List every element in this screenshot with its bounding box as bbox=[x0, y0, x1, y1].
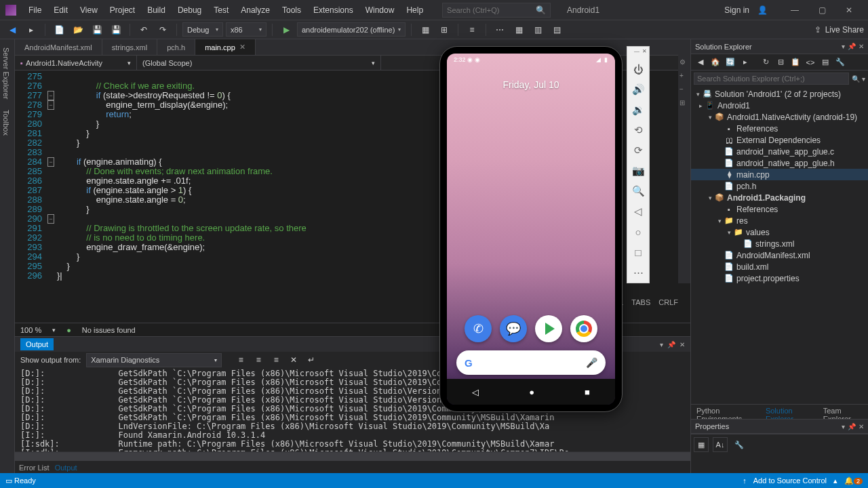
emu-back-button[interactable]: ◁ bbox=[627, 201, 649, 222]
google-search-bar[interactable]: G 🎤 bbox=[456, 350, 606, 375]
menu-file[interactable]: File bbox=[23, 3, 47, 18]
panel-tab[interactable]: Team Explorer bbox=[818, 405, 868, 419]
sign-in-link[interactable]: Sign in bbox=[724, 5, 749, 15]
bottom-tab-output[interactable]: Output bbox=[55, 464, 77, 472]
tb-icon-5[interactable]: ▦ bbox=[511, 22, 527, 37]
tb-icon-2[interactable]: ⊞ bbox=[436, 22, 452, 37]
file-tab[interactable]: pch.h bbox=[157, 39, 195, 55]
se-collapse-button[interactable]: ⊟ bbox=[774, 56, 787, 69]
output-wrap-button[interactable]: ↵ bbox=[303, 352, 319, 367]
tb-icon-1[interactable]: ▦ bbox=[417, 22, 433, 37]
search-input[interactable] bbox=[447, 6, 533, 14]
output-scrollbar[interactable] bbox=[15, 451, 690, 461]
se-back-button[interactable]: ◀ bbox=[694, 56, 707, 69]
output-pin-icon[interactable]: 📌 bbox=[667, 341, 675, 348]
output-clear-button[interactable]: ✕ bbox=[285, 352, 302, 367]
panel-pin-icon[interactable]: 📌 bbox=[848, 43, 856, 50]
menu-tools[interactable]: Tools bbox=[277, 3, 307, 18]
tree-node[interactable]: 📄strings.xml bbox=[691, 238, 868, 249]
output-close-icon[interactable]: ✕ bbox=[679, 341, 685, 348]
output-dropdown-icon[interactable]: ▾ bbox=[660, 341, 663, 348]
panel-close-icon[interactable]: ✕ bbox=[859, 43, 864, 50]
output-tb-1[interactable]: ≡ bbox=[233, 352, 249, 367]
se-tb-4[interactable]: ▸ bbox=[738, 56, 752, 69]
gutter-minus-icon[interactable]: − bbox=[679, 85, 689, 95]
emu-minimize-icon[interactable]: — bbox=[634, 48, 639, 58]
props-categorized-button[interactable]: ▦ bbox=[694, 437, 709, 452]
panel-tab[interactable]: Solution Explorer bbox=[760, 405, 818, 419]
messages-app-icon[interactable]: 💬 bbox=[500, 315, 527, 342]
nav-back-icon[interactable]: ◁ bbox=[472, 387, 479, 397]
zoom-level[interactable]: 100 % bbox=[20, 326, 41, 334]
phone-app-icon[interactable]: ✆ bbox=[465, 315, 492, 342]
se-show-all-button[interactable]: 📋 bbox=[789, 56, 802, 69]
tb-icon-4[interactable]: ⋯ bbox=[492, 22, 508, 37]
se-wrench-button[interactable]: 🔧 bbox=[833, 56, 847, 69]
emulator-screen[interactable]: 2:32 ◉ ◉ ◢ ▮ Friday, Jul 10 ✆ 💬 G 🎤 ◁ ● … bbox=[447, 54, 615, 405]
gutter-plus-icon[interactable]: + bbox=[679, 72, 689, 81]
menu-analyze[interactable]: Analyze bbox=[235, 3, 275, 18]
menu-test[interactable]: Test bbox=[208, 3, 234, 18]
tree-node[interactable]: ▾📁values bbox=[691, 226, 868, 238]
add-source-control-button[interactable]: Add to Source Control bbox=[753, 476, 827, 485]
output-tb-3[interactable]: ≡ bbox=[268, 352, 284, 367]
se-preview-button[interactable]: ▤ bbox=[818, 56, 832, 69]
panel-tab[interactable]: Python Environments bbox=[691, 405, 760, 419]
menu-view[interactable]: View bbox=[75, 3, 103, 18]
file-tab[interactable]: strings.xml bbox=[102, 39, 158, 55]
minimize-button[interactable]: — bbox=[781, 1, 808, 20]
tree-node[interactable]: ▪References bbox=[691, 123, 868, 134]
tree-node[interactable]: ▾📦Android1.Packaging bbox=[691, 192, 868, 203]
close-button[interactable]: ✕ bbox=[835, 1, 863, 20]
file-tab[interactable]: AndroidManifest.xml bbox=[15, 39, 102, 55]
menu-build[interactable]: Build bbox=[142, 3, 171, 18]
chevron-up-icon[interactable]: ▴ bbox=[833, 476, 837, 485]
output-tb-2[interactable]: ≡ bbox=[250, 352, 267, 367]
start-debug-button[interactable]: ▶ bbox=[278, 22, 294, 37]
new-project-button[interactable]: 📄 bbox=[51, 22, 67, 37]
volume-up-button[interactable]: 🔊 bbox=[627, 79, 649, 100]
live-share-button[interactable]: Live Share bbox=[825, 25, 864, 35]
save-all-button[interactable]: 💾 bbox=[108, 22, 124, 37]
props-pin-icon[interactable]: 📌 bbox=[848, 423, 856, 430]
nav-scope-2[interactable]: (Global Scope)▾ bbox=[137, 56, 381, 70]
file-tab[interactable]: main.cpp✕ bbox=[195, 39, 256, 55]
zoom-button[interactable]: 🔍 bbox=[627, 181, 649, 201]
maximize-button[interactable]: ▢ bbox=[808, 1, 835, 20]
emu-more-button[interactable]: ⋯ bbox=[627, 262, 649, 283]
close-icon[interactable]: ✕ bbox=[239, 43, 245, 52]
props-events-button[interactable]: 🔧 bbox=[732, 437, 747, 452]
user-icon[interactable]: 👤 bbox=[757, 5, 768, 15]
forward-button[interactable]: ▸ bbox=[23, 22, 39, 37]
panel-dropdown-icon[interactable]: ▾ bbox=[842, 43, 845, 50]
undo-button[interactable]: ↶ bbox=[136, 22, 152, 37]
rotate-right-button[interactable]: ⟳ bbox=[627, 140, 649, 161]
tree-node[interactable]: 📄AndroidManifest.xml bbox=[691, 249, 868, 261]
menu-edit[interactable]: Edit bbox=[48, 3, 73, 18]
tree-node[interactable]: 📄android_native_app_glue.h bbox=[691, 157, 868, 169]
se-home-button[interactable]: 🏠 bbox=[709, 56, 722, 69]
se-properties-button[interactable]: <> bbox=[804, 56, 817, 69]
config-dropdown[interactable]: Debug bbox=[182, 22, 223, 37]
nav-scope-1[interactable]: ▪Android1.NativeActivity▾ bbox=[15, 56, 137, 70]
tree-node[interactable]: 🕮External Dependencies bbox=[691, 134, 868, 146]
chrome-app-icon[interactable] bbox=[570, 315, 597, 342]
tree-node[interactable]: 📄pch.h bbox=[691, 180, 868, 192]
back-button[interactable]: ◀ bbox=[4, 22, 20, 37]
menu-help[interactable]: Help bbox=[401, 3, 429, 18]
redo-button[interactable]: ↷ bbox=[155, 22, 171, 37]
tree-node[interactable]: ▪References bbox=[691, 203, 868, 215]
solution-tree[interactable]: ▾ 📇 Solution 'Android1' (2 of 2 projects… bbox=[691, 87, 868, 404]
tb-icon-3[interactable]: ≡ bbox=[464, 22, 480, 37]
notifications-button[interactable]: 🔔2 bbox=[844, 476, 863, 485]
open-button[interactable]: 📂 bbox=[70, 22, 86, 37]
se-sync-button[interactable]: 🔄 bbox=[724, 56, 737, 69]
props-close-icon[interactable]: ✕ bbox=[859, 423, 864, 430]
tree-node[interactable]: 📄android_native_app_glue.c bbox=[691, 146, 868, 157]
nav-home-icon[interactable]: ● bbox=[529, 387, 534, 397]
search-icon[interactable]: 🔍 ▾ bbox=[852, 75, 865, 83]
props-dropdown-icon[interactable]: ▾ bbox=[842, 423, 845, 430]
menu-window[interactable]: Window bbox=[360, 3, 400, 18]
emu-close-icon[interactable]: ✕ bbox=[642, 48, 647, 58]
screenshot-button[interactable]: 📷 bbox=[627, 161, 649, 181]
